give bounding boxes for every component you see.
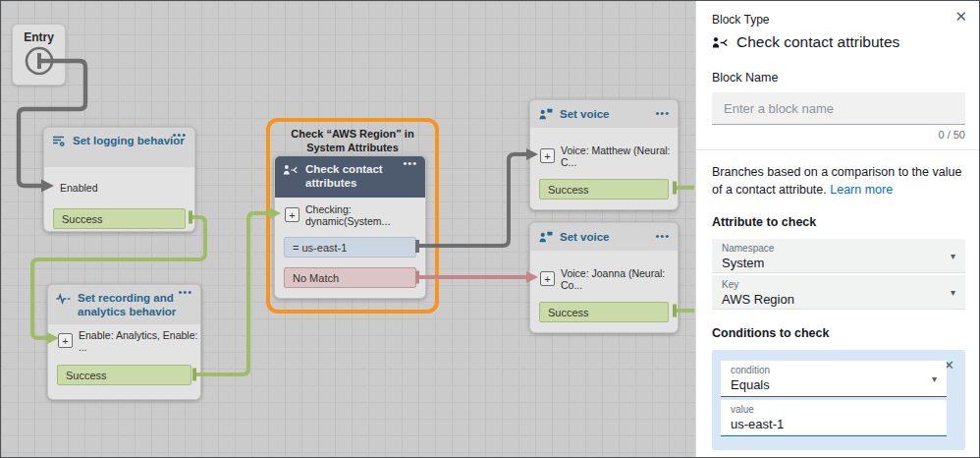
block-parameter: + Voice: Joanna (Neural: Co... <box>540 270 678 287</box>
voice-icon <box>538 108 553 120</box>
block-header: Set logging behavior ••• <box>44 128 194 167</box>
waveform-icon <box>56 293 71 305</box>
entry-block[interactable]: Entry <box>12 24 66 86</box>
block-parameter: Enabled <box>60 180 194 195</box>
block-type-label: Block Type <box>712 13 965 27</box>
namespace-value: System <box>722 256 938 270</box>
expand-plus-icon[interactable]: + <box>540 148 555 163</box>
panel-description: Branches based on a comparison to the va… <box>712 164 965 199</box>
branch-no-match[interactable]: No Match <box>284 267 416 288</box>
block-parameter: + Voice: Matthew (Neural: C... <box>540 147 678 164</box>
close-icon[interactable]: ✕ <box>953 7 969 26</box>
block-menu-icon[interactable]: ••• <box>655 231 670 242</box>
contact-attributes-icon <box>712 36 729 49</box>
contact-attributes-icon <box>283 164 299 176</box>
chevron-down-icon: ▾ <box>932 373 937 384</box>
block-name-label: Block Name <box>712 71 965 85</box>
expand-plus-icon[interactable]: + <box>285 207 299 222</box>
character-counter: 0 / 50 <box>712 129 965 141</box>
condition-label: condition <box>731 365 923 376</box>
block-title: Check contact attributes <box>305 162 417 191</box>
branch-success[interactable]: Success <box>539 302 669 322</box>
parameter-text: Voice: Joanna (Neural: Co... <box>561 267 678 291</box>
condition-value-field[interactable]: value us-east-1 <box>721 400 947 436</box>
block-menu-icon[interactable]: ••• <box>403 158 417 169</box>
parameter-text: Checking: dynamic(System... <box>305 203 425 227</box>
block-header: Set recording and analytics behavior ••• <box>48 285 200 324</box>
expand-plus-icon[interactable]: + <box>58 333 73 348</box>
key-select[interactable]: Key AWS Region ▾ <box>712 275 965 310</box>
entry-label: Entry <box>13 30 65 44</box>
block-set-recording-behavior[interactable]: Set recording and analytics behavior •••… <box>47 284 201 400</box>
panel-title: Check contact attributes <box>736 33 899 51</box>
voice-icon <box>538 231 553 243</box>
block-parameter: + Checking: dynamic(System... <box>285 206 425 223</box>
branch-success[interactable]: Success <box>57 365 191 385</box>
flow-canvas[interactable]: Entry Check “AWS Region” in System Attri… <box>1 1 695 458</box>
block-title: Set voice <box>560 107 610 121</box>
block-parameter: + Enable: Analytics, Enable: ... <box>58 332 200 349</box>
condition-value: Equals <box>731 377 923 392</box>
block-menu-icon[interactable]: ••• <box>655 108 670 119</box>
logging-icon <box>52 136 66 147</box>
block-set-logging-behavior[interactable]: Set logging behavior ••• Enabled Success <box>43 127 195 232</box>
parameter-text: Enable: Analytics, Enable: ... <box>79 329 200 353</box>
condition-select[interactable]: condition Equals ▾ <box>721 361 947 397</box>
block-header: Set voice ••• <box>530 223 678 251</box>
block-properties-panel: ✕ Block Type Check contact attributes Bl… <box>695 1 980 458</box>
key-label: Key <box>722 279 938 291</box>
block-menu-icon[interactable]: ••• <box>172 130 187 141</box>
branch-success[interactable]: Success <box>53 208 186 229</box>
chevron-down-icon: ▾ <box>951 251 955 261</box>
block-menu-icon[interactable]: ••• <box>178 287 192 298</box>
parameter-text: Enabled <box>60 182 98 194</box>
value-label: value <box>731 404 923 416</box>
block-set-voice-joanna[interactable]: Set voice ••• + Voice: Joanna (Neural: C… <box>529 222 679 333</box>
condition-card: ✕ condition Equals ▾ value us-east-1 <box>712 350 965 450</box>
attribute-to-check-heading: Attribute to check <box>712 215 965 229</box>
conditions-to-check-heading: Conditions to check <box>712 326 965 340</box>
value-text: us-east-1 <box>731 417 923 431</box>
block-header: Check contact attributes ••• <box>275 156 425 198</box>
namespace-label: Namespace <box>722 243 938 255</box>
flow-designer-window: Entry Check “AWS Region” in System Attri… <box>0 0 980 458</box>
block-title: Set logging behavior <box>73 134 185 147</box>
key-value: AWS Region <box>722 292 938 307</box>
divider <box>696 149 980 150</box>
branch-equals-us-east-1[interactable]: = us-east-1 <box>284 237 416 258</box>
block-header: Set voice ••• <box>530 100 678 128</box>
block-title: Set recording and analytics behavior <box>78 291 192 319</box>
branch-success[interactable]: Success <box>539 179 669 200</box>
connector-recording-to-check <box>196 213 269 374</box>
block-name-input[interactable] <box>712 92 965 125</box>
block-set-voice-matthew[interactable]: Set voice ••• + Voice: Matthew (Neural: … <box>529 99 679 210</box>
block-annotation: Check “AWS Region” in System Attributes <box>270 122 435 155</box>
chevron-down-icon: ▾ <box>951 287 955 298</box>
block-title: Set voice <box>560 230 610 244</box>
expand-plus-icon[interactable]: + <box>540 271 555 286</box>
learn-more-link[interactable]: Learn more <box>830 183 893 197</box>
namespace-select[interactable]: Namespace System ▾ <box>712 239 965 273</box>
parameter-text: Voice: Matthew (Neural: C... <box>561 144 678 168</box>
block-check-contact-attributes[interactable]: Check contact attributes ••• + Checking:… <box>274 155 426 299</box>
